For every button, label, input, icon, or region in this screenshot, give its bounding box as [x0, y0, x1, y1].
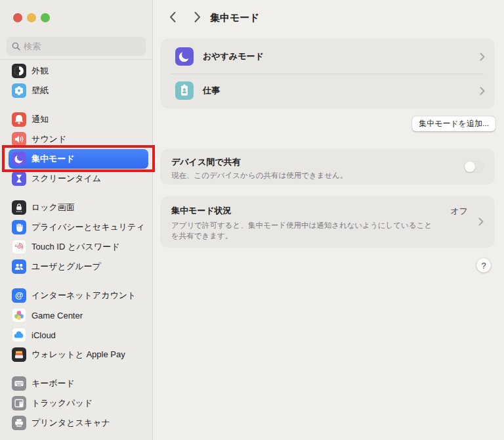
back-button[interactable] — [167, 11, 178, 24]
sidebar-item-wallpaper[interactable]: 壁紙 — [9, 81, 148, 100]
search-icon — [12, 42, 20, 51]
help-button[interactable]: ? — [476, 258, 491, 273]
lock-screen-icon — [12, 200, 26, 215]
svg-text:@: @ — [15, 291, 23, 300]
work-badge-icon — [175, 81, 194, 100]
focus-mode-row-work[interactable]: 仕事 — [161, 74, 494, 108]
sidebar-item-icloud[interactable]: iCloud — [9, 325, 148, 345]
screen-time-icon — [12, 171, 26, 186]
forward-button[interactable] — [192, 11, 203, 24]
sidebar-item-appearance[interactable]: 外観 — [9, 61, 148, 81]
share-across-devices-card: デバイス間で共有 現在、このデバイスからの共有は使用できません。 — [161, 150, 494, 184]
printer-icon — [12, 416, 26, 430]
sidebar: 外観 壁紙 通知 — [0, 0, 153, 440]
share-title: デバイス間で共有 — [171, 156, 484, 168]
wallet-icon — [12, 347, 26, 362]
sidebar-item-lock-screen[interactable]: ロック画面 — [9, 198, 148, 217]
add-focus-mode-button[interactable]: 集中モードを追加... — [412, 116, 495, 131]
toggle-knob — [465, 162, 475, 172]
sidebar-item-printers-scanners[interactable]: プリンタとスキャナ — [9, 413, 148, 433]
zoom-window-button[interactable] — [41, 13, 50, 22]
notifications-icon — [12, 112, 26, 127]
do-not-disturb-moon-icon — [175, 47, 194, 66]
chevron-right-icon — [480, 53, 485, 61]
icloud-icon — [12, 328, 26, 342]
system-settings-window: 外観 壁紙 通知 — [0, 0, 504, 440]
sidebar-list: 外観 壁紙 通知 — [0, 61, 152, 440]
focus-mode-row-do-not-disturb[interactable]: おやすみモード — [161, 39, 494, 74]
search-input[interactable] — [24, 41, 140, 51]
appearance-icon — [12, 64, 26, 78]
sidebar-item-sound[interactable]: サウンド — [9, 129, 148, 149]
wallpaper-icon — [12, 83, 26, 98]
sidebar-divider — [0, 59, 152, 60]
window-controls — [13, 13, 50, 22]
sidebar-item-touch-id[interactable]: Touch ID とパスワード — [9, 237, 148, 257]
sidebar-item-wallet[interactable]: ウォレットと Apple Pay — [9, 345, 148, 364]
focus-status-card[interactable]: 集中モード状況 オフ アプリで許可すると、集中モード使用中は通知されないようにし… — [161, 197, 494, 247]
minimize-button[interactable] — [27, 13, 36, 22]
close-button[interactable] — [13, 13, 22, 22]
focus-settings-pane: 集中モード おやすみモード 仕事 — [154, 0, 504, 440]
sidebar-item-keyboard[interactable]: キーボード — [9, 374, 148, 393]
sidebar-item-screen-time[interactable]: スクリーンタイム — [9, 169, 148, 188]
share-toggle[interactable] — [464, 161, 484, 173]
status-subtitle: アプリで許可すると、集中モード使用中は通知されないようにしていること を共有でき… — [171, 220, 453, 241]
keyboard-icon — [12, 376, 26, 391]
chevron-right-icon — [478, 217, 484, 229]
focus-moon-icon — [12, 152, 26, 166]
sidebar-item-game-center[interactable]: Game Center — [9, 305, 148, 325]
page-title: 集中モード — [210, 12, 260, 24]
sidebar-item-trackpad[interactable]: トラックパッド — [9, 393, 148, 413]
touch-id-icon — [12, 240, 26, 254]
share-subtitle: 現在、このデバイスからの共有は使用できません。 — [171, 171, 484, 181]
status-value: オフ — [450, 206, 468, 217]
sound-icon — [12, 132, 26, 146]
internet-accounts-icon: @ — [12, 288, 26, 303]
status-title: 集中モード状況 — [171, 205, 484, 217]
focus-modes-card: おやすみモード 仕事 — [161, 39, 494, 108]
game-center-icon — [12, 308, 26, 322]
trackpad-icon — [12, 396, 26, 410]
users-groups-icon — [12, 259, 26, 274]
sidebar-item-focus[interactable]: 集中モード — [9, 149, 148, 169]
chevron-right-icon — [480, 87, 485, 95]
search-field[interactable] — [7, 37, 146, 56]
sidebar-item-privacy-security[interactable]: プライバシーとセキュリティ — [9, 217, 148, 237]
sidebar-item-notifications[interactable]: 通知 — [9, 110, 148, 129]
sidebar-item-users-groups[interactable]: ユーザとグループ — [9, 257, 148, 276]
sidebar-item-internet-accounts[interactable]: @ インターネットアカウント — [9, 286, 148, 305]
privacy-hand-icon — [12, 220, 26, 234]
